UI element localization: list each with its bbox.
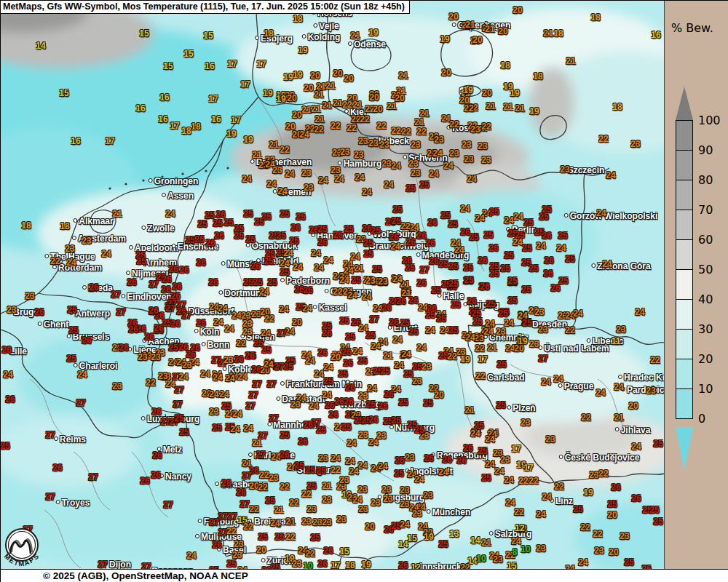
temperature-value: 27	[538, 354, 547, 364]
temperature-value: 26	[196, 318, 205, 328]
temperature-value: 23	[423, 490, 432, 501]
temperature-value: 25	[371, 226, 380, 236]
temperature-value: 24	[283, 248, 293, 258]
temperature-value: 24	[536, 241, 545, 251]
temperature-value: 25	[498, 308, 507, 319]
temperature-value: 25	[68, 325, 78, 335]
temperature-value: 23	[560, 164, 569, 175]
temperature-value: 25	[649, 505, 659, 515]
temperature-value: 22	[226, 526, 236, 536]
temperature-value: 27	[252, 379, 261, 389]
temperature-value: 24	[367, 383, 376, 394]
temperature-value: 21	[481, 538, 491, 548]
city-marker-icon	[121, 294, 125, 298]
temperature-value: 15	[203, 31, 213, 41]
temperature-value: 24	[536, 509, 545, 519]
temperature-value: 24	[475, 213, 484, 223]
temperature-value: 23	[422, 362, 431, 372]
temperature-value: 24	[485, 434, 494, 445]
temperature-value: 25	[464, 275, 473, 285]
temperature-value: 23	[536, 543, 545, 554]
city-label: Troyes	[56, 498, 90, 508]
temperature-value: 25	[469, 232, 478, 242]
temperature-value: 23	[209, 407, 218, 417]
temperature-value: 18	[612, 102, 622, 112]
temperature-value: 23	[182, 360, 191, 370]
temperature-value: 16	[651, 30, 660, 40]
legend-tick: 10	[698, 382, 713, 396]
temperature-value: 24	[606, 170, 615, 180]
temperature-value: 26	[343, 358, 352, 368]
temperature-value: 24	[513, 237, 522, 247]
city-marker-icon	[149, 178, 153, 183]
temperature-value: 22	[464, 103, 473, 113]
temperature-value: 10	[476, 554, 486, 564]
temperature-value: 26	[245, 351, 254, 361]
temperature-value: 24	[631, 442, 641, 452]
temperature-value: 24	[470, 428, 480, 439]
temperature-value: 25	[365, 399, 375, 410]
temperature-value: 12	[515, 523, 524, 533]
temperature-value: 24	[334, 174, 344, 184]
city-marker-icon	[280, 381, 285, 386]
legend-segment	[676, 120, 693, 151]
temperature-value: 24	[485, 459, 494, 469]
temperature-value: 23	[529, 339, 539, 349]
cloud-cover-legend: % Bew. 1009080706050403020100	[664, 1, 728, 569]
copyright-text: © 2025 (AGB), OpenStreetMap, NOAA NCEP	[43, 570, 248, 581]
temperature-value: 23	[234, 539, 243, 549]
city-label: Zielona Góra	[591, 261, 650, 271]
temperature-value: 18	[293, 14, 302, 24]
temperature-value: 26	[408, 295, 418, 306]
city-marker-icon	[38, 322, 42, 326]
city-marker-icon	[141, 416, 146, 420]
legend-segment	[676, 210, 693, 240]
temperature-value: 27	[98, 559, 107, 570]
temperature-value: 24	[213, 372, 222, 383]
temperature-value: 20	[373, 104, 382, 114]
city-marker-icon	[325, 289, 329, 293]
temperature-value: 24	[186, 551, 196, 561]
temperature-value: 25	[472, 316, 482, 327]
temperature-value: 25	[365, 330, 375, 340]
temperature-value: 18	[553, 28, 563, 39]
temperature-value: 25	[212, 423, 221, 433]
temperature-value: 24	[391, 161, 400, 171]
temperature-value: 26	[456, 455, 466, 466]
temperature-value: 27	[181, 311, 191, 321]
temperature-value: 24	[344, 266, 353, 276]
temperature-value: 23	[534, 307, 544, 317]
temperature-value: 16	[71, 136, 80, 146]
temperature-value: 21	[322, 100, 331, 111]
temperature-value: 25	[436, 314, 446, 324]
city-label: Amsterdam	[72, 234, 126, 244]
temperature-value: 25	[392, 204, 402, 215]
temperature-value: 26	[144, 332, 154, 342]
temperature-value: 21	[274, 505, 283, 515]
temperature-value: 26	[328, 410, 338, 420]
temperature-value: 24	[261, 328, 270, 338]
temperature-value: 26	[344, 396, 353, 407]
temperature-value: 23	[412, 509, 422, 519]
temperature-value: 19	[460, 354, 470, 364]
temperature-value: 26	[429, 256, 438, 266]
temperature-value: 19	[529, 106, 539, 116]
temperature-value: 19	[368, 28, 378, 38]
temperature-value: 24	[347, 290, 357, 300]
temperature-value: 22	[481, 121, 491, 132]
temperature-value: 25	[398, 397, 408, 407]
city-marker-icon	[162, 193, 166, 197]
temperature-value: 26	[424, 453, 433, 463]
legend-arrow-bottom	[676, 427, 693, 471]
temperature-value: 23	[381, 485, 391, 495]
temperature-value: 24	[242, 174, 251, 184]
temperature-value: 24	[465, 332, 475, 343]
city-label: Nancy	[159, 471, 191, 482]
temperature-value: 24	[259, 287, 269, 297]
temperature-value: 22	[554, 482, 563, 492]
temperature-value: 25	[261, 345, 271, 355]
temperature-value: 21	[285, 517, 295, 527]
temperature-value: 26	[298, 436, 307, 447]
city-marker-icon	[564, 213, 569, 218]
weather-map-app: HorsensVejleEsbjergKoldingOdenseCopenhag…	[0, 0, 728, 582]
